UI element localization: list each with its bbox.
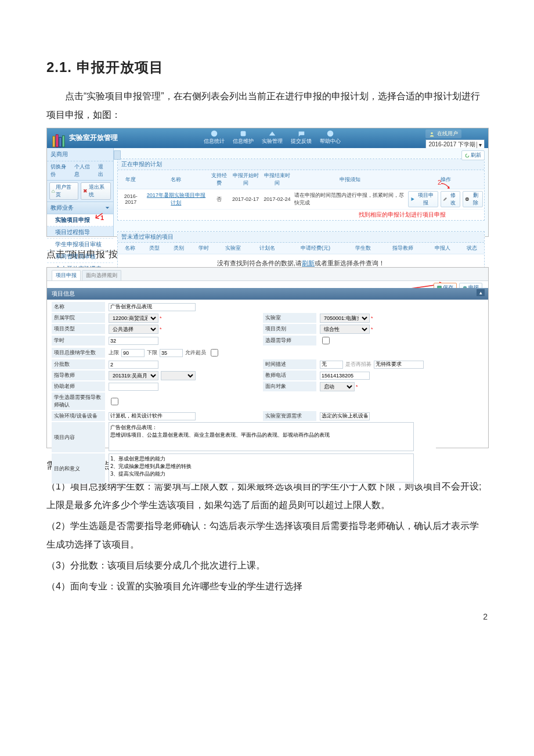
col-end: 申报结束时间	[261, 170, 293, 189]
col-fund: 支持经费	[208, 170, 230, 189]
sidebar-item-project-apply[interactable]: 实验项目申报 1	[47, 214, 113, 226]
cell-fund: 否	[208, 189, 230, 210]
label-upper: 上限	[109, 349, 119, 357]
timedesc-input[interactable]	[320, 361, 343, 369]
sidebar-section-header[interactable]: 教师业务	[47, 202, 113, 214]
major-select[interactable]: 启动	[320, 382, 355, 391]
topic-required-checkbox[interactable]	[322, 337, 330, 344]
table-row: 2016-2017 2017年暑期实验项目申报计划 否 2017-02-17 2…	[118, 189, 484, 210]
ptype-select[interactable]: 公共选择	[109, 325, 158, 334]
annotation-2: 2	[438, 179, 441, 186]
plan-name-link[interactable]: 2017年暑期实验项目申报计划	[147, 192, 205, 206]
sidebar-item-process-guide[interactable]: 项目过程指导	[47, 226, 113, 239]
label-batch: 分批数	[52, 359, 105, 369]
top-icon-stats[interactable]: 信息统计	[204, 129, 225, 145]
label-co-advisor: 协助老师	[52, 381, 105, 391]
form-section-header: 项目信息 ▴	[47, 288, 488, 300]
refresh-button[interactable]: 刷新	[461, 150, 485, 160]
col-start: 申报开始时间	[230, 170, 261, 189]
online-users-badge[interactable]: 在线用户	[425, 129, 461, 138]
link-profile[interactable]: 个人信息	[74, 163, 95, 178]
collapse-toggle[interactable]: ▴	[477, 289, 485, 296]
pending-projects-table: 名称 类型 类别 学时 实验室 计划名 申请经费(元) 学生数 指导教师 申报人…	[118, 243, 484, 254]
co-advisor-input[interactable]	[109, 383, 158, 391]
tab-target-rules[interactable]: 面向选择规则	[82, 270, 121, 280]
table-header-row: 名称 类型 类别 学时 实验室 计划名 申请经费(元) 学生数 指导教师 申报人…	[118, 243, 484, 254]
main-content: 刷新 正在申报的计划 年度 名称 支持经费 申报开始时间 申报结束时间 申报须知…	[114, 148, 488, 236]
top-icon-feedback[interactable]: 提交反馈	[291, 129, 312, 145]
hours-input[interactable]	[109, 337, 158, 345]
panel-active-plans: 正在申报的计划 年度 名称 支持经费 申报开始时间 申报结束时间 申报须知 操作…	[117, 159, 485, 221]
app-title: 实验室开放管理	[69, 133, 118, 143]
svg-point-6	[327, 131, 334, 137]
pcat-select[interactable]: 综合性	[320, 325, 370, 334]
timedesc-note-input[interactable]	[374, 361, 424, 369]
advisor-tel-input[interactable]	[320, 372, 370, 380]
project-apply-button[interactable]: 项目申报	[408, 191, 438, 207]
svg-rect-5	[241, 131, 246, 136]
link-switch-role[interactable]: 切换身份	[50, 163, 71, 178]
chevron-down-icon: ▾	[477, 142, 482, 148]
label-timedesc: 时间描述	[263, 359, 316, 369]
name-input[interactable]	[109, 303, 196, 311]
capacity-upper-input[interactable]	[121, 349, 145, 357]
refresh-icon	[465, 153, 470, 158]
col-year: 年度	[118, 170, 144, 189]
chevron-down-icon	[105, 206, 110, 210]
screenshot-plan-list: 实验室开放管理 信息统计 信息维护 实验管理 提交反馈 帮助中心 在线用户 20…	[46, 128, 489, 237]
chevron-up-icon: ▴	[479, 290, 482, 296]
sidebar-profile-links: 切换身份 个人信息 退 出	[47, 161, 113, 181]
svg-point-7	[431, 132, 433, 134]
intro-paragraph-1: 点击“实验项目申报管理”，在右侧列表会列出当前正在进行申报的申报计划，选择合适的…	[46, 87, 488, 124]
lab-select[interactable]: 7050001:电脑实验室	[320, 314, 370, 323]
content-textarea[interactable]	[109, 422, 414, 451]
minus-circle-icon	[465, 197, 470, 201]
top-icon-bar: 信息统计 信息维护 实验管理 提交反馈 帮助中心	[204, 129, 341, 145]
home-button[interactable]: ⌂用户首页	[49, 182, 78, 200]
top-icon-manage[interactable]: 实验管理	[262, 129, 283, 145]
college-select[interactable]: 12200:商贸流通技术系	[109, 314, 158, 323]
label-advisor: 指导教师	[52, 370, 105, 380]
env-need-input[interactable]	[320, 412, 370, 420]
overflow-checkbox[interactable]	[211, 349, 218, 357]
pencil-icon	[443, 197, 448, 201]
sidebar-collapse-handle[interactable]	[114, 150, 121, 160]
annotation-1: 1	[100, 214, 104, 221]
label-hours: 学时	[52, 336, 105, 345]
label-capacity: 项目总接纳学生数	[52, 348, 105, 358]
refresh-link[interactable]: 刷新	[302, 260, 315, 267]
need-confirm-checkbox[interactable]	[111, 398, 118, 405]
top-icon-maintain[interactable]: 信息维护	[233, 129, 254, 145]
env-input[interactable]	[109, 412, 196, 420]
apply-hint-tip: 找到相应的申报计划进行项目申报	[118, 210, 484, 220]
meaning-textarea[interactable]	[109, 453, 414, 483]
capacity-lower-input[interactable]	[160, 349, 183, 357]
delete-button[interactable]: 删除	[463, 191, 483, 207]
advisor-select-2[interactable]	[161, 371, 196, 380]
svg-rect-1	[56, 135, 58, 147]
panel-title: 暂未通过审核的项目	[118, 232, 484, 243]
sidebar-item-dept-review[interactable]: 系间管理员审核	[47, 251, 113, 263]
panel-title: 正在申报的计划	[118, 159, 484, 170]
link-logout[interactable]: 退 出	[98, 163, 110, 178]
advisor-select[interactable]: 201319:吴商月	[109, 371, 158, 380]
label-need-confirm: 学生选题需要指导教师确认	[52, 393, 105, 410]
tab-project-apply[interactable]: 项目申报	[52, 270, 81, 280]
section-heading: 2.1. 申报开放项目	[46, 58, 488, 77]
project-form-grid: 名称 所属学院 12200:商贸流通技术系* 实验室 7050001:电脑实验室…	[47, 300, 488, 486]
note-2: （2）学生选题是否需要指导老师确认：勾选后表示学生选择该项目后需要指导老师确认，…	[46, 517, 488, 554]
sidebar-item-student-review[interactable]: 学生申报项目审核	[47, 239, 113, 251]
batch-input[interactable]	[109, 361, 158, 369]
label-name: 名称	[52, 302, 105, 312]
arrow-icon	[440, 182, 452, 192]
active-plans-table: 年度 名称 支持经费 申报开始时间 申报结束时间 申报须知 操作 2016-20…	[118, 170, 484, 210]
note-4: （4）面向专业：设置的实验项目允许哪些专业的学生进行选择	[46, 577, 488, 596]
cell-end: 2017-02-24	[261, 189, 293, 210]
col-name: 名称	[144, 170, 208, 189]
edit-button[interactable]: 修改	[441, 191, 461, 207]
play-icon	[410, 197, 415, 201]
table-header-row: 年度 名称 支持经费 申报开始时间 申报结束时间 申报须知 操作	[118, 170, 484, 189]
top-icon-help[interactable]: 帮助中心	[320, 129, 341, 145]
col-note: 申报须知	[293, 170, 407, 189]
exit-system-button[interactable]: ✖退出系统	[81, 182, 111, 200]
